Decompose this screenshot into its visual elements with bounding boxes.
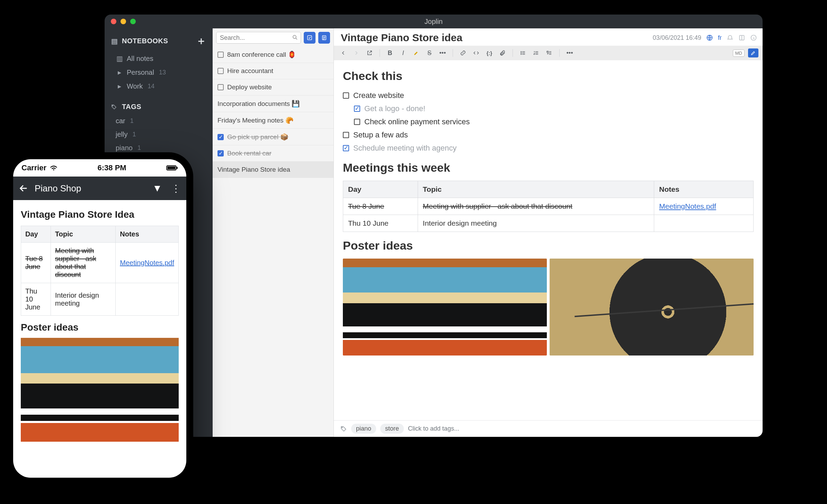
sidebar-notebooks-header[interactable]: ▤ NOTEBOOKS ＋ — [105, 30, 213, 52]
forward-icon[interactable] — [352, 48, 361, 57]
more-icon[interactable]: ••• — [565, 48, 574, 57]
cell-topic: Interior design meeting — [51, 283, 116, 316]
search-icon[interactable] — [292, 34, 298, 40]
chevron-down-icon[interactable]: ▼ — [152, 183, 162, 194]
note-title[interactable]: Vintage Piano Store idea — [341, 32, 462, 44]
checklist-icon[interactable] — [545, 48, 554, 57]
minimize-icon[interactable] — [121, 19, 126, 24]
table-row[interactable]: Tue 8 June Meeting with supplier - ask a… — [343, 198, 754, 215]
back-icon[interactable] — [19, 183, 28, 193]
notebook-icon: ▤ — [111, 37, 118, 45]
tag-count: 1 — [130, 117, 134, 125]
layout-icon[interactable] — [738, 34, 745, 41]
editor-body[interactable]: Check this Create website Get a logo - d… — [334, 60, 763, 420]
markdown-badge[interactable]: MD — [733, 50, 745, 57]
list-item-label: Go pick up parcel 📦 — [227, 133, 288, 141]
sidebar-item-personal[interactable]: ▸ Personal 13 — [105, 65, 213, 79]
sidebar-item-work[interactable]: ▸ Work 14 — [105, 79, 213, 93]
link-icon[interactable] — [459, 48, 468, 57]
brackets-icon[interactable]: {:} — [485, 48, 494, 57]
list-item[interactable]: Deploy website — [213, 79, 334, 96]
checkbox-icon[interactable] — [217, 134, 224, 140]
highlight-icon[interactable] — [412, 48, 421, 57]
checklist-label: Setup a few ads — [353, 130, 408, 140]
checklist-item[interactable]: Setup a few ads — [343, 128, 754, 142]
section-heading-check: Check this — [343, 69, 754, 83]
list-item[interactable]: 8am conference call 🏮 — [213, 46, 334, 63]
new-todo-button[interactable] — [304, 32, 315, 44]
list-item[interactable]: Hire accountant — [213, 63, 334, 79]
tag-icon[interactable] — [340, 425, 347, 432]
note-list: 8am conference call 🏮 Hire accountant De… — [213, 28, 334, 437]
cell-notes: MeetingNotes.pdf — [654, 198, 754, 215]
checkbox-icon[interactable] — [217, 150, 224, 156]
attach-icon[interactable] — [498, 48, 507, 57]
checklist-item[interactable]: Create website — [343, 89, 754, 102]
table-row[interactable]: Thu 10 June Interior design meeting — [343, 215, 754, 232]
phone-content[interactable]: Vintage Piano Store Idea Day Topic Notes… — [13, 200, 186, 478]
cell-day: Tue 8 June — [343, 198, 418, 215]
strike-icon[interactable]: S — [425, 48, 434, 57]
back-icon[interactable] — [339, 48, 348, 57]
checkbox-icon[interactable] — [217, 52, 224, 58]
app-bar-title: Piano Shop — [35, 183, 81, 194]
tags-header-label: TAGS — [122, 103, 141, 111]
info-icon[interactable] — [750, 34, 757, 41]
sidebar-tags-header[interactable]: TAGS — [105, 99, 213, 114]
external-icon[interactable] — [365, 48, 374, 57]
bold-icon[interactable]: B — [385, 48, 394, 57]
italic-icon[interactable]: I — [399, 48, 408, 57]
checkbox-icon[interactable] — [343, 132, 349, 138]
list-item[interactable]: Go pick up parcel 📦 — [213, 129, 334, 145]
checklist-label: Schedule meeting with agency — [353, 144, 456, 153]
notebook-label: Work — [127, 82, 143, 90]
code-icon[interactable] — [472, 48, 481, 57]
more-format-icon[interactable]: ••• — [438, 48, 447, 57]
chevron-right-icon: ▸ — [116, 68, 123, 76]
carrier-label: Carrier — [21, 163, 46, 172]
checkbox-icon[interactable] — [217, 84, 224, 90]
checklist-item[interactable]: Check online payment services — [343, 115, 754, 128]
search-input[interactable] — [216, 32, 301, 44]
chevron-right-icon: ▸ — [116, 82, 123, 90]
attachment-link[interactable]: MeetingNotes.pdf — [120, 259, 174, 267]
meetings-table: Day Topic Notes Tue 8 June Meeting with … — [343, 181, 754, 232]
attachment-link[interactable]: MeetingNotes.pdf — [659, 202, 716, 210]
list-item[interactable]: Friday's Meeting notes 🥐 — [213, 112, 334, 129]
poster-image-record[interactable] — [550, 259, 754, 356]
table-row[interactable]: Thu 10 June Interior design meeting — [21, 283, 179, 316]
checkbox-icon[interactable] — [343, 145, 349, 151]
checklist-item[interactable]: Schedule meeting with agency — [343, 142, 754, 155]
list-item-selected[interactable]: Vintage Piano Store idea — [213, 162, 334, 178]
tag-chip[interactable]: piano — [351, 424, 376, 434]
alarm-icon[interactable] — [727, 34, 733, 41]
checkbox-icon[interactable] — [354, 106, 360, 112]
ol-icon[interactable] — [532, 48, 541, 57]
globe-icon[interactable] — [706, 34, 713, 41]
checkbox-icon[interactable] — [343, 92, 349, 99]
phone-poster-heading: Poster ideas — [21, 322, 179, 333]
checkbox-icon[interactable] — [354, 119, 360, 125]
ul-icon[interactable] — [518, 48, 527, 57]
add-tags-placeholder[interactable]: Click to add tags... — [408, 425, 459, 432]
sidebar-tag-car[interactable]: car1 — [105, 114, 213, 128]
add-notebook-button[interactable]: ＋ — [196, 34, 207, 48]
language-indicator[interactable]: fr — [718, 34, 722, 42]
phone-poster-image[interactable] — [21, 338, 179, 442]
close-icon[interactable] — [111, 19, 116, 24]
table-row[interactable]: Tue 8 June Meeting with supplier - ask a… — [21, 243, 179, 283]
poster-image-piano[interactable] — [343, 259, 547, 356]
checkbox-icon[interactable] — [217, 68, 224, 74]
edit-mode-button[interactable] — [748, 48, 758, 57]
list-item[interactable]: Book rental car — [213, 145, 334, 162]
list-item[interactable]: Incorporation documents 💾 — [213, 96, 334, 112]
svg-point-0 — [112, 105, 113, 106]
kebab-menu-icon[interactable]: ⋮ — [171, 183, 181, 194]
tag-chip[interactable]: store — [380, 424, 404, 434]
all-notes-row[interactable]: ▥ All notes — [105, 52, 213, 65]
new-note-button[interactable] — [318, 32, 330, 44]
checklist-item[interactable]: Get a logo - done! — [343, 102, 754, 115]
desktop-body: ▤ NOTEBOOKS ＋ ▥ All notes ▸ Personal 13 … — [105, 28, 763, 437]
sidebar-tag-jelly[interactable]: jelly1 — [105, 128, 213, 141]
maximize-icon[interactable] — [130, 19, 136, 24]
